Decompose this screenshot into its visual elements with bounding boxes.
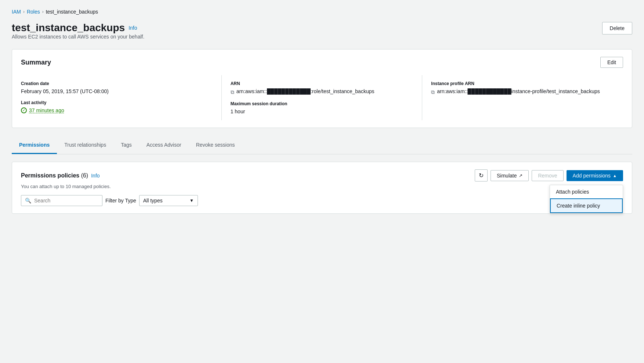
permissions-title-text: Permissions policies [21, 172, 79, 179]
create-inline-policy-item[interactable]: Create inline policy [550, 198, 623, 213]
refresh-icon: ↻ [479, 172, 484, 179]
tab-revoke-sessions[interactable]: Revoke sessions [189, 137, 242, 154]
delete-button[interactable]: Delete [602, 22, 632, 34]
refresh-button[interactable]: ↻ [475, 169, 488, 182]
breadcrumb-iam-link[interactable]: IAM [12, 9, 21, 15]
permissions-title-row: Permissions policies (6) Info [21, 172, 100, 179]
filter-type-select[interactable]: All types ▼ [139, 195, 198, 206]
summary-grid: Creation date February 05, 2019, 15:57 (… [21, 75, 623, 120]
tab-trust-relationships[interactable]: Trust relationships [57, 137, 113, 154]
search-input[interactable] [34, 198, 98, 203]
filter-type-value: All types [143, 198, 163, 203]
creation-date-label: Creation date [21, 81, 213, 86]
arn-row: ⧉ arn:aws:iam::████████████:role/test_in… [231, 88, 413, 95]
activity-text: 37 minutes ago [29, 107, 64, 113]
remove-button[interactable]: Remove [532, 170, 563, 181]
permissions-actions: ↻ Simulate ↗ Remove Add permissions ▲ At… [475, 169, 623, 182]
permissions-info-link[interactable]: Info [91, 173, 100, 179]
instance-profile-value: arn:aws:iam::████████████instance-profil… [437, 88, 600, 94]
filter-left: 🔍 Filter by Type All types ▼ [21, 195, 198, 206]
arn-copy-icon[interactable]: ⧉ [231, 89, 234, 95]
page-description: Allows EC2 instances to call AWS service… [12, 34, 144, 40]
add-permissions-label: Add permissions [573, 173, 611, 179]
arn-label: ARN [231, 81, 413, 86]
instance-profile-label: Instance profile ARN [431, 81, 614, 86]
breadcrumb-sep-2: › [42, 9, 44, 14]
max-session-label: Maximum session duration [231, 101, 413, 106]
activity-check-icon [21, 107, 27, 113]
page-title-row: test_instance_backups Info [12, 22, 144, 34]
permissions-count: (6) [81, 172, 88, 179]
edit-button[interactable]: Edit [600, 57, 623, 68]
tab-tags[interactable]: Tags [113, 137, 139, 154]
add-permissions-container: Add permissions ▲ Attach policies Create… [567, 170, 623, 181]
search-icon: 🔍 [25, 198, 31, 203]
last-activity-label: Last activity [21, 100, 213, 105]
filter-type-label: Filter by Type [105, 198, 136, 203]
tab-permissions[interactable]: Permissions [12, 137, 57, 154]
permissions-title: Permissions policies (6) [21, 172, 88, 179]
last-activity-value: 37 minutes ago [21, 107, 213, 113]
add-permissions-dropdown: Attach policies Create inline policy [550, 185, 623, 213]
summary-header: Summary Edit [21, 57, 623, 68]
simulate-label: Simulate [497, 173, 517, 179]
permissions-header: Permissions policies (6) Info ↻ Simulate… [21, 169, 623, 182]
profile-arn-copy-icon[interactable]: ⧉ [431, 89, 435, 95]
tabs-bar: Permissions Trust relationships Tags Acc… [12, 137, 632, 154]
add-permissions-button[interactable]: Add permissions ▲ [567, 170, 623, 181]
attach-policies-item[interactable]: Attach policies [550, 185, 623, 198]
filter-type-group: Filter by Type All types ▼ [105, 195, 198, 206]
simulate-button[interactable]: Simulate ↗ [491, 170, 529, 181]
creation-date-value: February 05, 2019, 15:57 (UTC-08:00) [21, 88, 213, 94]
page-title: test_instance_backups [12, 22, 125, 34]
page-header: test_instance_backups Info Allows EC2 in… [12, 22, 632, 47]
max-session-value: 1 hour [231, 109, 413, 114]
permissions-subtitle: You can attach up to 10 managed policies… [21, 184, 623, 189]
summary-cell-creation: Creation date February 05, 2019, 15:57 (… [21, 75, 222, 120]
summary-card: Summary Edit Creation date February 05, … [12, 49, 632, 128]
summary-cell-arn: ARN ⧉ arn:aws:iam::████████████:role/tes… [222, 75, 423, 120]
external-link-icon: ↗ [519, 173, 522, 178]
breadcrumb: IAM › Roles › test_instance_backups [12, 9, 632, 15]
filter-row: 🔍 Filter by Type All types ▼ ‹ 1 › ⚙ [21, 195, 623, 206]
add-permissions-chevron: ▲ [613, 173, 617, 178]
arn-value: arn:aws:iam::████████████:role/test_inst… [236, 88, 375, 94]
summary-cell-profile: Instance profile ARN ⧉ arn:aws:iam::████… [422, 75, 623, 120]
breadcrumb-roles-link[interactable]: Roles [27, 9, 40, 15]
permissions-card: Permissions policies (6) Info ↻ Simulate… [12, 162, 632, 214]
search-box[interactable]: 🔍 [21, 195, 102, 206]
page-info-link[interactable]: Info [129, 25, 137, 31]
summary-title: Summary [21, 59, 51, 66]
breadcrumb-sep-1: › [23, 9, 25, 14]
instance-profile-arn-row: ⧉ arn:aws:iam::████████████instance-prof… [431, 88, 614, 95]
filter-type-chevron: ▼ [189, 198, 194, 203]
tab-access-advisor[interactable]: Access Advisor [139, 137, 189, 154]
breadcrumb-current: test_instance_backups [46, 9, 98, 15]
